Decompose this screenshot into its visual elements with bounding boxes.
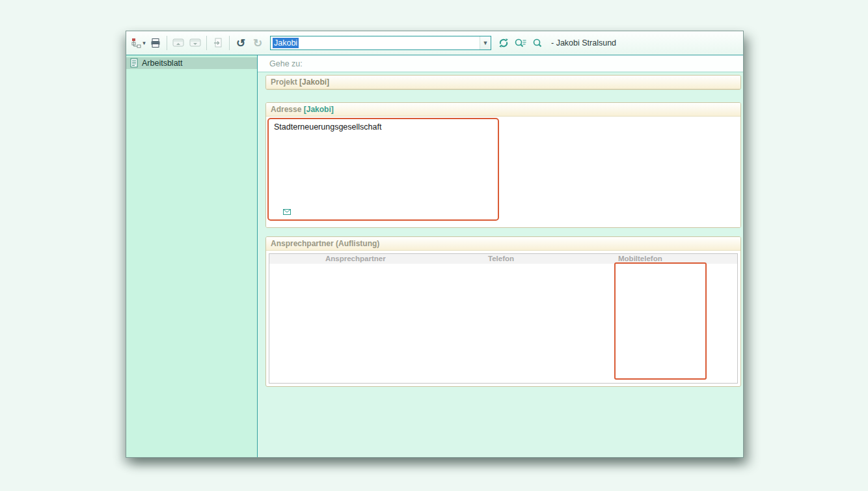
- contacts-title: Ansprechpartner (Auflistung): [271, 239, 379, 248]
- dropdown-caret-icon: ▾: [142, 40, 146, 46]
- col-telefon[interactable]: Telefon: [483, 254, 613, 264]
- adresse-annotation-redbox: Stadterneuerungsgesellschaft: [267, 118, 499, 221]
- contacts-table: Ansprechpartner Telefon Mobiltelefon: [269, 253, 738, 384]
- toolbar-separator: [167, 36, 167, 50]
- tree-view-icon[interactable]: ▾: [131, 35, 146, 51]
- print-icon[interactable]: [148, 35, 163, 51]
- worksheet-icon: [130, 58, 139, 68]
- projekt-section: Projekt [Jakobi]: [265, 75, 741, 90]
- projekt-ref: [Jakobi]: [299, 77, 329, 87]
- tree-root-label: Arbeitsblatt: [142, 59, 183, 68]
- adresse-ref: [Jakobi]: [304, 105, 334, 114]
- contacts-table-header: Ansprechpartner Telefon Mobiltelefon: [269, 254, 737, 264]
- contacts-section-header: Ansprechpartner (Auflistung): [266, 237, 740, 251]
- worksheet-tree: Arbeitsblatt: [126, 55, 258, 457]
- projekt-section-header: Projekt [Jakobi]: [266, 76, 740, 89]
- adresse-body: Stadterneuerungsgesellschaft: [266, 117, 740, 227]
- search-input[interactable]: Jakobi: [271, 36, 480, 49]
- search-details-icon[interactable]: [513, 35, 528, 51]
- screen: ▾ ↺ ↻ Jakobi ▼: [0, 0, 868, 491]
- export-document-icon[interactable]: [210, 35, 226, 51]
- mobiltelefon-annotation-redbox: [614, 262, 707, 380]
- toolbar-separator: [206, 36, 207, 50]
- project-assistant-dialog: ▾ ↺ ↻ Jakobi ▼: [126, 31, 744, 458]
- detail-panel: Gehe zu: Projekt [Jakobi]: [258, 55, 743, 457]
- goto-links-bar: Gehe zu:: [258, 55, 743, 72]
- company-name: Stadterneuerungsgesellschaft: [274, 122, 381, 132]
- undo-history-icon[interactable]: ↺: [233, 35, 249, 51]
- adresse-section-header: Adresse [Jakobi]: [266, 103, 740, 117]
- expand-panel-icon[interactable]: [187, 35, 203, 51]
- collapse-panel-icon[interactable]: [170, 35, 186, 51]
- mail-icon[interactable]: [283, 206, 291, 217]
- col-mobiltelefon[interactable]: Mobiltelefon: [613, 254, 737, 264]
- search-combobox[interactable]: Jakobi ▼: [270, 36, 491, 50]
- toolbar-separator: [229, 36, 230, 50]
- search-reset-icon[interactable]: [530, 35, 545, 51]
- adresse-title: Adresse: [271, 105, 301, 114]
- search-result-label: - Jakobi Stralsund: [551, 38, 616, 48]
- combobox-dropdown-icon[interactable]: ▼: [480, 36, 491, 49]
- refresh-icon[interactable]: [496, 35, 511, 51]
- adresse-section: Adresse [Jakobi] Stadterneuerungsgesells…: [265, 102, 741, 228]
- tree-root-arbeitsblatt[interactable]: Arbeitsblatt: [126, 57, 257, 69]
- dialog-toolbar: ▾ ↺ ↻ Jakobi ▼: [126, 31, 743, 55]
- contacts-section: Ansprechpartner (Auflistung) Ansprechpar…: [265, 236, 741, 387]
- col-ansprechpartner[interactable]: Ansprechpartner: [320, 254, 483, 264]
- goto-label: Gehe zu:: [269, 59, 303, 68]
- redo-history-icon[interactable]: ↻: [250, 35, 265, 51]
- projekt-title: Projekt: [271, 77, 297, 87]
